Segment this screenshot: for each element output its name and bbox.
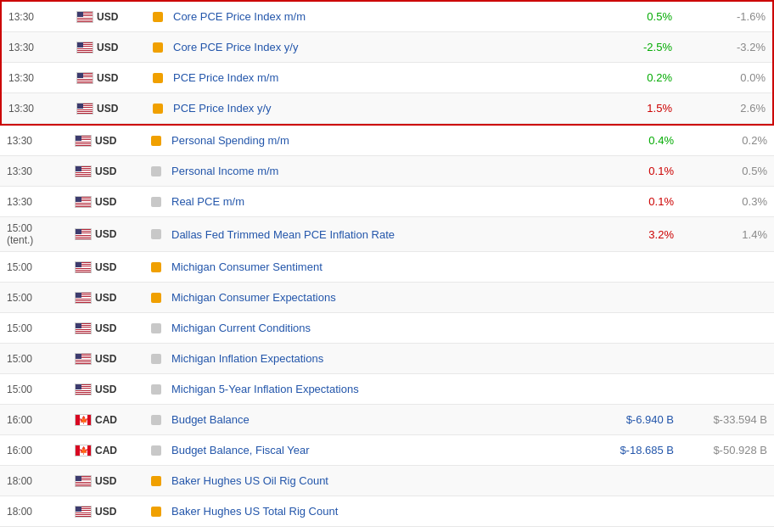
event-name[interactable]: Personal Income m/m: [171, 165, 580, 177]
event-name[interactable]: Baker Hughes US Total Rig Count: [171, 505, 580, 518]
event-name[interactable]: Budget Balance: [171, 413, 580, 426]
event-name[interactable]: Core PCE Price Index m/m: [173, 10, 579, 23]
event-currency: USD: [75, 228, 151, 240]
impact-indicator: [151, 323, 171, 333]
event-previous: 0.2%: [674, 134, 767, 147]
economic-calendar-table: 13:30USDCore PCE Price Index m/m0.5%-1.6…: [0, 0, 774, 527]
event-actual: 0.1%: [580, 165, 674, 177]
event-previous: -3.2%: [672, 41, 766, 53]
impact-indicator: [151, 166, 171, 176]
currency-label: USD: [97, 103, 118, 115]
currency-label: USD: [95, 353, 116, 365]
impact-indicator: [151, 262, 171, 272]
currency-label: USD: [95, 135, 116, 147]
table-row: 13:30USDCore PCE Price Index y/y-2.5%-3.…: [2, 32, 772, 63]
event-name[interactable]: Michigan Current Conditions: [171, 322, 580, 334]
table-row: 15:00 (tent.)USDDallas Fed Trimmed Mean …: [0, 217, 774, 252]
table-row: 13:30USDReal PCE m/m0.1%0.3%: [0, 187, 774, 217]
event-previous: 0.3%: [674, 195, 767, 208]
table-row: 13:30USDPersonal Income m/m0.1%0.5%: [0, 156, 774, 187]
us-flag-icon: [75, 196, 92, 208]
currency-label: CAD: [95, 414, 117, 426]
impact-indicator: [151, 136, 171, 146]
us-flag-icon: [75, 384, 92, 395]
event-previous: 0.0%: [672, 71, 766, 84]
low-impact-icon: [151, 166, 161, 176]
low-impact-icon: [151, 354, 161, 364]
event-name[interactable]: PCE Price Index m/m: [173, 71, 579, 84]
impact-indicator: [151, 229, 171, 239]
event-actual: 0.4%: [580, 134, 674, 147]
us-flag-icon: [75, 135, 92, 147]
us-flag-icon: [76, 42, 93, 53]
high-impact-icon: [153, 73, 163, 83]
us-flag-icon: [75, 165, 92, 177]
event-previous: 0.5%: [674, 165, 767, 177]
table-row: 13:30USDPCE Price Index m/m0.2%0.0%: [2, 63, 772, 93]
event-name[interactable]: Michigan Consumer Sentiment: [171, 260, 580, 273]
event-name[interactable]: Baker Hughes US Oil Rig Count: [171, 474, 580, 487]
event-currency: USD: [76, 72, 153, 84]
table-row: 16:00🍁CADBudget Balance$-6.940 B$-33.594…: [0, 405, 774, 435]
low-impact-icon: [151, 323, 161, 333]
event-currency: USD: [75, 292, 151, 304]
impact-indicator: [153, 104, 173, 114]
impact-indicator: [151, 445, 171, 456]
event-name[interactable]: Michigan Consumer Expectations: [171, 291, 580, 304]
event-actual: 3.2%: [580, 228, 674, 241]
event-name[interactable]: Personal Spending m/m: [171, 134, 580, 147]
currency-label: CAD: [95, 445, 117, 456]
us-flag-icon: [75, 228, 92, 240]
impact-indicator: [151, 415, 171, 425]
event-time: 18:00: [7, 475, 75, 487]
impact-indicator: [151, 197, 171, 207]
table-row: 13:30USDPersonal Spending m/m0.4%0.2%: [0, 126, 774, 156]
currency-label: USD: [95, 292, 116, 304]
table-row: 15:00USDMichigan Consumer Expectations: [0, 283, 774, 313]
event-currency: USD: [75, 322, 151, 334]
event-currency: USD: [76, 11, 153, 23]
event-name[interactable]: Michigan 5-Year Inflation Expectations: [171, 383, 580, 395]
event-currency: USD: [75, 353, 151, 365]
event-time: 13:30: [7, 165, 75, 177]
event-currency: USD: [75, 506, 151, 518]
event-name[interactable]: Dallas Fed Trimmed Mean PCE Inflation Ra…: [171, 228, 580, 241]
event-actual: 0.5%: [579, 10, 672, 23]
high-impact-icon: [151, 507, 161, 517]
high-impact-icon: [151, 293, 161, 303]
event-time: 15:00 (tent.): [7, 222, 75, 246]
event-name[interactable]: Core PCE Price Index y/y: [173, 41, 579, 53]
event-name[interactable]: PCE Price Index y/y: [173, 102, 579, 115]
high-impact-icon: [151, 136, 161, 146]
event-actual: 0.2%: [579, 71, 672, 84]
us-flag-icon: [75, 475, 92, 487]
event-name[interactable]: Budget Balance, Fiscal Year: [171, 444, 580, 456]
event-time: 15:00: [7, 292, 75, 304]
impact-indicator: [151, 293, 171, 303]
event-currency: USD: [75, 196, 151, 208]
event-time: 15:00: [7, 261, 75, 273]
event-name[interactable]: Real PCE m/m: [171, 195, 580, 208]
us-flag-icon: [76, 11, 93, 23]
impact-indicator: [151, 507, 171, 517]
us-flag-icon: [75, 322, 92, 334]
currency-label: USD: [97, 42, 118, 53]
event-previous: 2.6%: [672, 102, 766, 115]
event-time: 16:00: [7, 414, 75, 426]
low-impact-icon: [151, 415, 161, 425]
us-flag-icon: [75, 292, 92, 304]
event-currency: 🍁CAD: [75, 445, 151, 456]
impact-indicator: [153, 42, 173, 53]
event-time: 18:00: [7, 506, 75, 518]
low-impact-icon: [151, 445, 161, 456]
high-impact-icon: [151, 262, 161, 272]
currency-label: USD: [95, 384, 116, 395]
event-currency: USD: [75, 261, 151, 273]
currency-label: USD: [95, 196, 116, 208]
event-time: 13:30: [8, 11, 76, 23]
currency-label: USD: [95, 322, 116, 334]
event-name[interactable]: Michigan Inflation Expectations: [171, 352, 580, 365]
event-previous: $-33.594 B: [674, 413, 767, 426]
high-impact-icon: [153, 104, 163, 114]
impact-indicator: [153, 12, 173, 22]
